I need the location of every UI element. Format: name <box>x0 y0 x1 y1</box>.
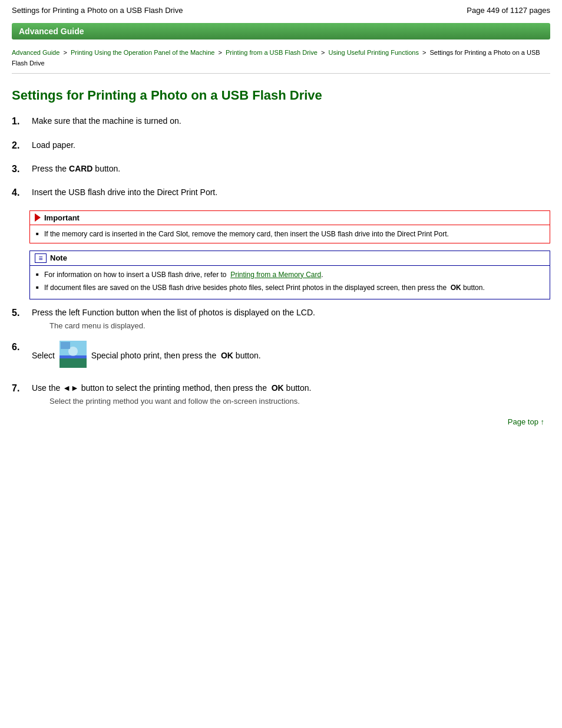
page-top-label: Page top <box>508 417 541 426</box>
step-3: 3. Press the CARD button. <box>12 163 550 176</box>
page-title: Settings for Printing a Photo on a USB F… <box>12 88 550 103</box>
important-triangle-icon <box>35 213 41 222</box>
important-body: If the memory card is inserted in the Ca… <box>30 225 550 243</box>
step-4: 4. Insert the USB flash drive into the D… <box>12 186 550 199</box>
step-1: 1. Make sure that the machine is turned … <box>12 115 550 128</box>
page-header: Settings for Printing a Photo on a USB F… <box>0 0 562 18</box>
note-box: Note For information on how to insert a … <box>29 251 550 299</box>
breadcrumb-link-advanced-guide[interactable]: Advanced Guide <box>12 49 59 56</box>
step-7-text: Use the ◄► button to select the printing… <box>32 383 311 393</box>
breadcrumb-divider <box>12 73 550 74</box>
breadcrumb: Advanced Guide > Printing Using the Oper… <box>0 44 562 71</box>
breadcrumb-sep-1: > <box>63 49 68 56</box>
advanced-guide-banner: Advanced Guide <box>12 23 550 39</box>
banner-text: Advanced Guide <box>19 27 84 36</box>
page-top-section: Page top ↑ <box>12 417 550 426</box>
step-3-number: 3. <box>12 163 29 176</box>
step-7: 7. Use the ◄► button to select the print… <box>12 382 550 406</box>
step-6: 6. Select Special photo print, then pres… <box>12 341 550 371</box>
step-2: 2. Load paper. <box>12 139 550 152</box>
step-5-sub: The card menu is displayed. <box>49 321 550 330</box>
breadcrumb-sep-2: > <box>219 49 224 56</box>
breadcrumb-link-printing-panel[interactable]: Printing Using the Operation Panel of th… <box>71 49 215 56</box>
page-header-title: Settings for Printing a Photo on a USB F… <box>12 6 183 15</box>
important-header-text: Important <box>44 213 80 222</box>
memory-card-link[interactable]: Printing from a Memory Card <box>230 271 321 279</box>
step-6-number: 6. <box>12 341 29 354</box>
photo-icon <box>59 341 87 368</box>
page-top-link[interactable]: Page top ↑ <box>508 417 544 426</box>
step-3-text: Press the CARD button. <box>32 163 550 175</box>
note-item-1: For information on how to insert a USB f… <box>36 269 544 280</box>
page-top-arrow-icon: ↑ <box>541 417 545 426</box>
step-2-text: Load paper. <box>32 139 550 151</box>
note-icon <box>35 253 47 263</box>
step-5: 5. Press the left Function button when t… <box>12 307 550 330</box>
important-box: Important If the memory card is inserted… <box>29 210 550 243</box>
note-item-2: If document files are saved on the USB f… <box>36 282 544 293</box>
step-2-number: 2. <box>12 139 29 152</box>
step-1-number: 1. <box>12 115 29 128</box>
breadcrumb-sep-4: > <box>422 49 428 56</box>
step-1-text: Make sure that the machine is turned on. <box>32 115 550 127</box>
important-item-1: If the memory card is inserted in the Ca… <box>36 229 544 239</box>
step-5-number: 5. <box>12 307 29 319</box>
svg-rect-4 <box>59 358 87 368</box>
note-header: Note <box>30 251 550 266</box>
breadcrumb-link-useful[interactable]: Using Useful Printing Functions <box>328 49 418 56</box>
main-content: Settings for Printing a Photo on a USB F… <box>0 76 562 438</box>
breadcrumb-link-printing-usb[interactable]: Printing from a USB Flash Drive <box>226 49 318 56</box>
step-6-text: Select Special photo print, then press t… <box>32 341 550 371</box>
important-header: Important <box>30 211 550 225</box>
note-header-text: Note <box>50 253 67 262</box>
step-5-text: Press the left Function button when the … <box>32 308 315 317</box>
step-7-sub: Select the printing method you want and … <box>49 397 550 406</box>
step-4-number: 4. <box>12 186 29 199</box>
breadcrumb-sep-3: > <box>321 49 326 56</box>
step-4-text: Insert the USB flash drive into the Dire… <box>32 186 550 199</box>
page-header-pagination: Page 449 of 1127 pages <box>467 6 550 15</box>
note-body: For information on how to insert a USB f… <box>30 266 550 299</box>
svg-rect-5 <box>61 342 70 349</box>
step-7-number: 7. <box>12 382 29 395</box>
